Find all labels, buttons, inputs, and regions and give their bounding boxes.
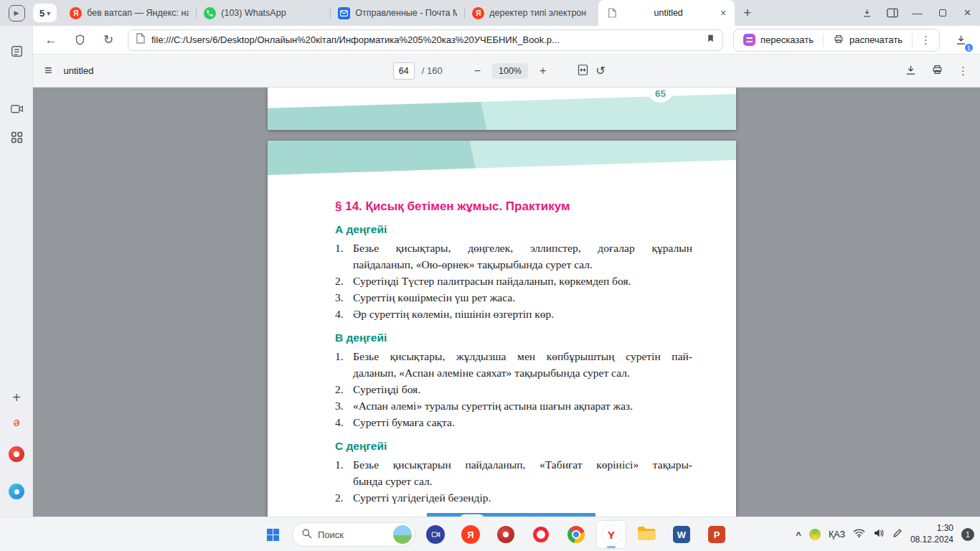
document-content: § 14. Қисық бетімен жұмыс. Практикум А д…	[268, 175, 736, 517]
chrome-button[interactable]	[561, 520, 591, 549]
new-tab-button[interactable]: +	[735, 5, 760, 21]
windows-logo-icon	[266, 528, 280, 542]
list-item-text: Суретті бумаға сақта.	[353, 414, 692, 430]
pdf-toolbar-right: ⋮	[905, 64, 969, 78]
pdf-viewer[interactable]: 65 § 14. Қисық бетімен жұмыс. Практикум …	[33, 88, 980, 517]
list-item-number: 2.	[335, 489, 353, 506]
protect-shield-button[interactable]	[70, 34, 89, 46]
pen-icon[interactable]	[892, 528, 903, 541]
sidebar-camera-button[interactable]	[7, 99, 26, 118]
zoom-level[interactable]: 100%	[492, 63, 528, 79]
pdf-download-button[interactable]	[905, 64, 917, 78]
start-button[interactable]	[258, 520, 287, 549]
sidebar-red-app-button[interactable]	[7, 445, 26, 463]
sidebar-play-button[interactable]: ▶	[0, 0, 33, 26]
clock[interactable]: 1:30 08.12.2024	[910, 523, 953, 545]
section-heading: А деңгейі	[335, 223, 692, 236]
maroon-circle-icon	[497, 526, 514, 543]
list-item: 4. Суретті бумаға сақта.	[335, 414, 692, 430]
downloads-button[interactable]: 1	[950, 29, 971, 51]
tab-title: (103) WhatsApp	[221, 8, 323, 18]
browser-tab-active[interactable]: untitled ×	[598, 0, 735, 26]
opera-icon	[533, 527, 549, 542]
list-item-number: 1.	[335, 348, 353, 381]
list-item-text: Безье қисықтары, дөңгелек, эллипстер, до…	[353, 240, 692, 256]
tab-title: untitled	[623, 8, 714, 18]
pdf-menu-button[interactable]: ≡	[44, 63, 52, 78]
notification-badge[interactable]: 1	[961, 528, 974, 541]
rotate-button[interactable]: ↺	[595, 64, 605, 77]
list-item: 4. Әр суреттің көлемін, пішінін өзгертіп…	[335, 306, 692, 322]
download-window-button[interactable]	[854, 0, 880, 26]
pdf-more-button[interactable]: ⋮	[958, 65, 969, 77]
url-field[interactable]: file:///C:/Users/6/Desktop/Онлайын%20кіт…	[128, 29, 723, 51]
list-item-text: Безье қисықтарын пайдаланып, «Табиғат кө…	[353, 456, 692, 473]
pdf-page-previous: 65	[268, 88, 736, 130]
system-tray: ^ ҚАЗ 1:30 08.12.2024 1	[796, 517, 974, 551]
powerpoint-button[interactable]: P	[702, 520, 732, 549]
yandex-browser-button[interactable]: Y	[596, 520, 626, 549]
page-number-input[interactable]	[393, 62, 415, 80]
pdf-title: untitled	[64, 65, 94, 76]
list-item-number: 3.	[335, 397, 353, 414]
wifi-icon[interactable]	[853, 528, 865, 541]
taskbar-search[interactable]: Поиск	[292, 522, 415, 547]
browser-tab[interactable]: (103) WhatsApp	[197, 0, 330, 26]
sidebar-journal-button[interactable]	[7, 42, 26, 60]
browser-tab[interactable]: Я деректер типі электрон	[465, 0, 598, 26]
browser-tab[interactable]: Я бев ватсап — Яндекс: на	[62, 0, 196, 26]
tab-counter-button[interactable]: 5 ▾	[33, 4, 57, 22]
sidebar-apps-grid-button[interactable]	[7, 128, 26, 146]
tab-title: деректер типі электрон	[489, 8, 591, 18]
more-actions-button[interactable]: ⋮	[913, 29, 939, 51]
downloads-badge: 1	[963, 42, 974, 53]
retell-button[interactable]: пересказать	[734, 29, 823, 51]
zoom-out-button[interactable]: −	[470, 65, 485, 77]
opera-button[interactable]	[526, 520, 556, 549]
yandex-browser-icon: Y	[602, 525, 621, 545]
screen: ▶ 5 ▾ Я бев ватсап — Яндекс: на (103) Wh…	[0, 0, 980, 551]
close-button[interactable]: ×	[955, 0, 980, 26]
back-button[interactable]: ←	[42, 33, 60, 47]
side-panel-button[interactable]	[880, 0, 905, 26]
list-item-text: даланып, «Аспан әлеміне саяхат» тақырыбы…	[353, 364, 692, 381]
chevron-down-icon: ▾	[47, 9, 50, 17]
word-icon: W	[673, 526, 690, 543]
print-label: распечатать	[849, 34, 903, 45]
pdf-print-button[interactable]	[931, 64, 943, 77]
tray-chevron-button[interactable]: ^	[796, 529, 801, 540]
tab-close-button[interactable]: ×	[719, 7, 727, 19]
refresh-button[interactable]: ↻	[99, 32, 118, 47]
url-text: file:///C:/Users/6/Desktop/Онлайын%20кіт…	[151, 34, 699, 45]
folder-icon	[637, 525, 656, 544]
language-indicator[interactable]: ҚАЗ	[829, 529, 845, 540]
sidebar-translator-button[interactable]: ә	[7, 413, 26, 432]
section-list: 1. Безье қисықтарын пайдаланып, «Табиғат…	[335, 456, 692, 506]
assistant-icon	[9, 484, 24, 499]
play-icon: ▶	[9, 5, 25, 22]
sidebar-add-button[interactable]: +	[7, 388, 26, 407]
list-item-text: бында сурет сал.	[353, 473, 692, 489]
search-daily-image[interactable]	[393, 525, 412, 544]
explorer-button[interactable]	[631, 520, 661, 549]
video-app-button[interactable]	[420, 520, 451, 549]
browser-sidebar: + ә ⋯	[0, 26, 33, 517]
bookmark-icon[interactable]	[706, 33, 715, 47]
list-item-text: Әр суреттің көлемін, пішінін өзгертіп кө…	[353, 306, 692, 322]
minimize-button[interactable]: —	[905, 0, 930, 26]
maximize-button[interactable]	[930, 0, 955, 26]
retell-icon	[743, 34, 755, 46]
word-button[interactable]: W	[666, 520, 697, 549]
yandex-app-button[interactable]: Я	[456, 520, 486, 549]
fit-page-button[interactable]	[578, 64, 588, 78]
print-page-button[interactable]: распечатать	[824, 29, 912, 51]
browser-tab[interactable]: Отправленные - Почта М	[331, 0, 464, 26]
tray-app-icon[interactable]	[809, 529, 821, 540]
list-item-text: пайдаланып, «Ою-өрнек» тақырыбында сурет…	[353, 256, 692, 273]
zoom-in-button[interactable]: +	[535, 65, 550, 77]
maroon-app-button[interactable]	[491, 520, 521, 549]
list-item: 3. Суреттің көшірмесін үш рет жаса.	[335, 289, 692, 306]
volume-icon[interactable]	[873, 528, 885, 541]
sidebar-assistant-button[interactable]	[7, 482, 26, 501]
list-item: 2. Суретіңді боя.	[335, 381, 692, 397]
